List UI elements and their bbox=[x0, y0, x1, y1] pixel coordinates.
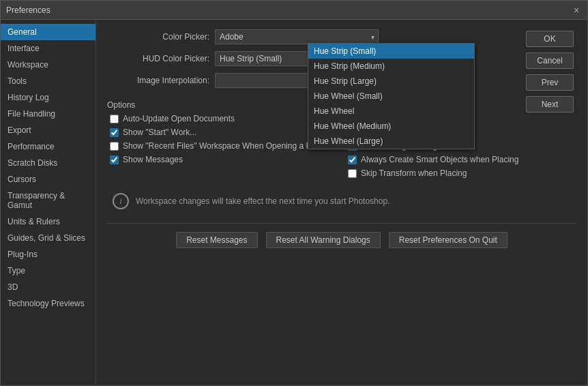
dialog-title: Preferences bbox=[6, 5, 50, 15]
sidebar-item-cursors[interactable]: Cursors bbox=[1, 171, 95, 188]
main-content: Color Picker: Adobe HUD Color Picker: Hu… bbox=[96, 20, 587, 385]
sidebar: General Interface Workspace Tools Histor… bbox=[1, 20, 96, 385]
sidebar-item-tools[interactable]: Tools bbox=[1, 73, 95, 89]
sidebar-item-workspace[interactable]: Workspace bbox=[1, 57, 95, 73]
dropdown-item-hue-wheel-small[interactable]: Hue Wheel (Small) bbox=[308, 89, 474, 104]
show-start-label: Show "Start" Work... bbox=[123, 128, 196, 137]
sidebar-item-file-handling[interactable]: File Handling bbox=[1, 106, 95, 122]
sidebar-item-technology-previews[interactable]: Technology Previews bbox=[1, 295, 95, 312]
title-bar: Preferences × bbox=[1, 1, 587, 20]
color-picker-select-wrapper: Adobe bbox=[215, 29, 379, 44]
reset-prefs-button[interactable]: Reset Preferences On Quit bbox=[389, 232, 508, 248]
checkbox-row-skip-transform: Skip Transform when Placing bbox=[345, 168, 576, 178]
cancel-button[interactable]: Cancel bbox=[526, 53, 574, 69]
sidebar-item-plug-ins[interactable]: Plug-Ins bbox=[1, 246, 95, 263]
sidebar-item-performance[interactable]: Performance bbox=[1, 138, 95, 155]
hud-dropdown-open: Hue Strip (Small) Hue Strip (Medium) Hue… bbox=[308, 43, 475, 149]
smart-objects-label: Always Create Smart Objects when Placing bbox=[361, 155, 518, 164]
color-picker-row: Color Picker: Adobe bbox=[107, 29, 576, 44]
reset-warnings-button[interactable]: Reset All Warning Dialogs bbox=[266, 232, 381, 248]
prev-button[interactable]: Prev bbox=[526, 74, 574, 91]
checkbox-row-show-messages: Show Messages bbox=[107, 155, 338, 164]
hud-color-picker-label: HUD Color Picker: bbox=[107, 54, 209, 63]
bottom-buttons: Reset Messages Reset All Warning Dialogs… bbox=[107, 223, 576, 248]
ok-button[interactable]: OK bbox=[526, 31, 574, 47]
auto-update-checkbox[interactable] bbox=[110, 115, 119, 123]
dropdown-item-hue-wheel-large[interactable]: Hue Wheel (Large) bbox=[308, 134, 474, 149]
checkbox-row-show-recent: Show "Recent Files" Workspace When Openi… bbox=[107, 141, 338, 151]
info-text: Workspace changes will take effect the n… bbox=[136, 196, 389, 206]
dropdown-item-hue-strip-large[interactable]: Hue Strip (Large) bbox=[308, 74, 474, 89]
skip-transform-checkbox[interactable] bbox=[348, 169, 357, 178]
show-messages-checkbox[interactable] bbox=[110, 155, 119, 164]
sidebar-item-guides-grid-slices[interactable]: Guides, Grid & Slices bbox=[1, 230, 95, 246]
show-messages-label: Show Messages bbox=[123, 155, 183, 164]
sidebar-item-history-log[interactable]: History Log bbox=[1, 89, 95, 106]
dropdown-item-hue-wheel-medium[interactable]: Hue Wheel (Medium) bbox=[308, 119, 474, 134]
dropdown-item-hue-wheel[interactable]: Hue Wheel bbox=[308, 104, 474, 119]
image-interpolation-label: Image Interpolation: bbox=[107, 76, 209, 85]
color-picker-label: Color Picker: bbox=[107, 32, 209, 42]
sidebar-item-general[interactable]: General bbox=[1, 24, 95, 40]
sidebar-item-export[interactable]: Export bbox=[1, 122, 95, 138]
show-recent-label: Show "Recent Files" Workspace When Openi… bbox=[123, 141, 319, 151]
sidebar-item-type[interactable]: Type bbox=[1, 263, 95, 279]
reset-messages-button[interactable]: Reset Messages bbox=[176, 232, 257, 248]
sidebar-item-scratch-disks[interactable]: Scratch Disks bbox=[1, 155, 95, 171]
show-start-checkbox[interactable] bbox=[110, 128, 119, 137]
dropdown-item-hue-strip-small[interactable]: Hue Strip (Small) bbox=[308, 44, 474, 59]
right-buttons: OK Cancel Prev Next bbox=[526, 31, 574, 113]
show-recent-checkbox[interactable] bbox=[110, 142, 119, 151]
skip-transform-label: Skip Transform when Placing bbox=[361, 168, 467, 178]
sidebar-item-units-rulers[interactable]: Units & Rulers bbox=[1, 213, 95, 230]
close-button[interactable]: × bbox=[571, 5, 582, 16]
info-row: i Workspace changes will take effect the… bbox=[107, 193, 576, 209]
smart-objects-checkbox[interactable] bbox=[348, 155, 357, 164]
checkboxes-left: Auto-Update Open Documents Show "Start" … bbox=[107, 114, 338, 182]
next-button[interactable]: Next bbox=[526, 96, 574, 113]
hud-color-picker-row: HUD Color Picker: Hue Strip (Small) Hue … bbox=[107, 51, 576, 66]
sidebar-item-interface[interactable]: Interface bbox=[1, 40, 95, 57]
checkbox-row-show-start: Show "Start" Work... bbox=[107, 128, 338, 137]
info-icon: i bbox=[113, 193, 129, 209]
dialog-body: General Interface Workspace Tools Histor… bbox=[1, 20, 587, 385]
dropdown-item-hue-strip-medium[interactable]: Hue Strip (Medium) bbox=[308, 59, 474, 74]
preferences-dialog: Preferences × General Interface Workspac… bbox=[0, 0, 588, 386]
sidebar-item-3d[interactable]: 3D bbox=[1, 279, 95, 295]
sidebar-item-transparency-gamut[interactable]: Transparency & Gamut bbox=[1, 188, 95, 213]
checkbox-row-smart-objects: Always Create Smart Objects when Placing bbox=[345, 155, 576, 164]
color-picker-select[interactable]: Adobe bbox=[215, 29, 379, 44]
checkbox-row-auto-update: Auto-Update Open Documents bbox=[107, 114, 338, 123]
auto-update-label: Auto-Update Open Documents bbox=[123, 114, 235, 123]
